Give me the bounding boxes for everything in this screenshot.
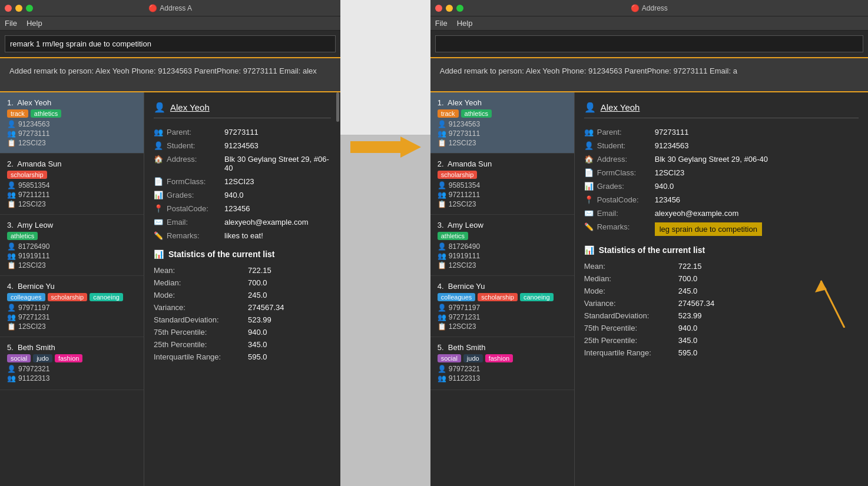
left-person-item-5[interactable]: 5. Beth Smith socialjudofashion 👤9797232… (0, 337, 144, 390)
right-window-controls (435, 5, 463, 12)
right-person-item-5[interactable]: 5. Beth Smith socialjudofashion 👤9797232… (430, 337, 574, 390)
right-person-5-phone2: 91122313 (449, 374, 480, 382)
left-detail-email-row: ✉️ Email: alexyeoh@example.com (154, 218, 331, 227)
right-detail-remarks-row: ✏️ Remarks: leg sprain due to competitio… (584, 222, 859, 236)
right-variance-value: 274567.34 (678, 299, 714, 308)
right-formclass-value: 12SCI23 (655, 168, 685, 177)
left-detail-student-row: 👤 Student: 91234563 (154, 141, 331, 150)
right-parent-icon: 👥 (584, 128, 594, 137)
gap-area (340, 0, 430, 486)
right-person-2-phone-icon: 👤 (438, 181, 446, 189)
right-help-menu[interactable]: Help (457, 19, 473, 28)
left-person-5-phone-icon: 👤 (7, 365, 16, 373)
left-person-5-name: Beth Smith (18, 343, 55, 352)
left-person-5-phone2: 91122313 (18, 374, 49, 382)
left-postal-icon: 📍 (154, 204, 163, 213)
left-command-input[interactable] (5, 35, 336, 52)
left-email-icon: ✉️ (154, 218, 163, 227)
right-person-4-phone2: 97271231 (449, 313, 480, 321)
left-person-4-phone2: 97271231 (18, 313, 49, 321)
left-person-3-class: 12SCI23 (18, 261, 46, 269)
right-person-item-3[interactable]: 3. Amy Leow athletics 👤81726490 👥9191911… (430, 215, 574, 276)
left-postal-value: 123456 (224, 204, 250, 213)
right-p25-value: 345.0 (678, 336, 698, 345)
right-tag-scholarship-4: scholarship (478, 293, 518, 301)
left-stats-section: 📊 Statistics of the current list Mean: 7… (154, 249, 331, 361)
left-person-item-4[interactable]: 4. Bernice Yu colleaguesscholarshipcanoe… (0, 276, 144, 337)
left-stats-median: Median: 700.0 (154, 278, 331, 287)
left-median-label: Median: (154, 278, 248, 287)
left-iqr-value: 595.0 (248, 352, 267, 361)
right-notification-bar: Added remark to person: Alex Yeoh Phone:… (430, 57, 868, 92)
left-parent-value: 97273111 (224, 128, 259, 137)
right-p25-label: 25th Percentile: (584, 336, 678, 345)
right-iqr-value: 595.0 (678, 348, 698, 357)
left-tag-scholarship-4: scholarship (48, 293, 88, 301)
left-scrollbar[interactable] (336, 92, 339, 122)
left-student-value: 91234563 (224, 141, 259, 150)
right-person-3-parent-icon: 👥 (438, 252, 446, 260)
left-person-3-name: Amy Leow (17, 221, 53, 229)
right-title-bar: 🔴 Address (430, 0, 868, 16)
right-person-4-phone-icon: 👤 (438, 304, 446, 312)
left-input-area (0, 31, 340, 57)
right-detail-person-icon: 👤 (584, 102, 596, 113)
right-file-menu[interactable]: File (435, 19, 448, 28)
right-person-item-2[interactable]: 2. Amanda Sun scholarship 👤95851354 👥972… (430, 154, 574, 215)
left-p75-value: 940.0 (248, 328, 267, 337)
left-close-button[interactable] (5, 5, 12, 12)
right-email-value: alexyeoh@example.com (655, 209, 739, 218)
right-person-3-class: 12SCI23 (449, 261, 476, 269)
left-help-menu[interactable]: Help (26, 19, 42, 28)
right-person-3-num: 3. (438, 221, 448, 229)
right-postal-value: 123456 (655, 195, 680, 204)
left-window-controls (5, 5, 33, 12)
right-input-area (430, 31, 868, 57)
transition-arrow (350, 137, 421, 158)
left-mean-value: 722.15 (248, 266, 271, 275)
left-tag-social-5: social (7, 354, 31, 362)
right-remarks-value: leg sprain due to competition (655, 222, 762, 236)
left-tag-judo-5: judo (33, 354, 52, 362)
right-person-item-4[interactable]: 4. Bernice Yu colleaguesscholarshipcanoe… (430, 276, 574, 337)
left-person-3-phone2: 91919111 (18, 252, 49, 260)
right-person-2-name: Amanda Sun (448, 159, 492, 168)
right-student-label: Student: (597, 141, 625, 150)
left-detail-address-row: 🏠 Address: Blk 30 Geylang Street 29, #06… (154, 155, 331, 172)
right-person-item-1[interactable]: 1. Alex Yeoh trackathletics 👤91234563 👥9… (430, 92, 574, 154)
left-person-1-class-icon: 📋 (7, 139, 16, 147)
right-annotation-arrow (809, 269, 856, 329)
left-person-item-1[interactable]: 1. Alex Yeoh trackathletics 👤91234563 👥9… (0, 92, 144, 154)
left-person-4-parent-icon: 👥 (7, 313, 16, 321)
left-person-2-phone-icon: 👤 (7, 181, 16, 189)
left-maximize-button[interactable] (26, 5, 33, 12)
left-stats-mean: Mean: 722.15 (154, 266, 331, 275)
left-mean-label: Mean: (154, 266, 248, 275)
left-person-list[interactable]: 1. Alex Yeoh trackathletics 👤91234563 👥9… (0, 92, 144, 486)
left-mode-label: Mode: (154, 291, 248, 299)
left-formclass-value: 12SCI23 (224, 177, 254, 186)
right-stats-iqr: Interquartile Range: 595.0 (584, 348, 859, 357)
right-grades-value: 940.0 (655, 182, 674, 191)
right-minimize-button[interactable] (446, 5, 453, 12)
left-person-4-num: 4. (7, 282, 18, 291)
right-close-button[interactable] (435, 5, 442, 12)
right-person-5-num: 5. (438, 343, 448, 352)
left-tag-scholarship-2: scholarship (7, 171, 47, 179)
left-app-icon: 🔴 (148, 4, 157, 12)
left-person-item-3[interactable]: 3. Amy Leow athletics 👤81726490 👥9191911… (0, 215, 144, 276)
right-maximize-button[interactable] (456, 5, 463, 12)
right-email-icon: ✉️ (584, 209, 594, 218)
left-file-menu[interactable]: File (5, 19, 17, 28)
right-student-icon: 👤 (584, 141, 594, 150)
right-detail-grades-row: 📊 Grades: 940.0 (584, 182, 859, 191)
left-person-4-phone1: 97971197 (18, 304, 49, 312)
left-parent-icon: 👥 (154, 128, 163, 137)
left-minimize-button[interactable] (15, 5, 22, 12)
left-person-item-2[interactable]: 2. Amanda Sun scholarship 👤95851354 👥972… (0, 154, 144, 215)
right-person-list[interactable]: 1. Alex Yeoh trackathletics 👤91234563 👥9… (430, 92, 575, 486)
right-person-5-phone-icon: 👤 (438, 365, 446, 373)
left-variance-label: Variance: (154, 303, 248, 312)
svg-marker-0 (350, 137, 421, 158)
right-command-input[interactable] (435, 35, 863, 52)
